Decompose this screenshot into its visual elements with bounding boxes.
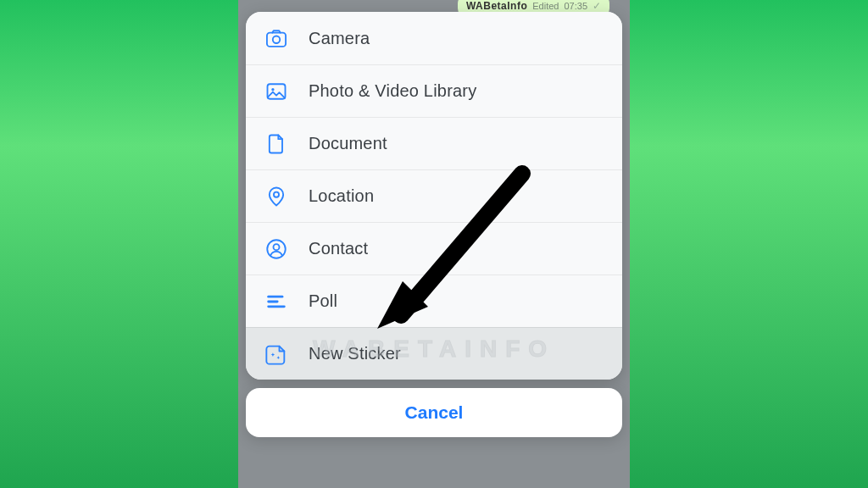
menu-item-document[interactable]: Document xyxy=(246,117,622,169)
svg-point-1 xyxy=(273,36,280,43)
svg-point-3 xyxy=(271,88,274,91)
svg-point-4 xyxy=(274,191,279,197)
phone-viewport: WABetaInfo Edited 07:35 ✓ Camera xyxy=(238,0,630,488)
svg-point-6 xyxy=(274,244,280,250)
sticker-icon xyxy=(263,341,290,368)
menu-item-label: Location xyxy=(309,186,374,206)
menu-item-location[interactable]: Location xyxy=(246,169,622,222)
menu-item-camera[interactable]: Camera xyxy=(246,12,622,64)
photo-library-icon xyxy=(263,78,290,105)
menu-item-label: Photo & Video Library xyxy=(309,81,476,101)
document-icon xyxy=(263,130,290,158)
cancel-button-label: Cancel xyxy=(405,402,464,423)
menu-item-label: New Sticker xyxy=(309,344,401,363)
attachment-action-sheet: Camera Photo & Video Library Document xyxy=(246,12,622,380)
cancel-wrap: Cancel xyxy=(246,388,622,437)
location-icon xyxy=(263,183,290,210)
menu-item-poll[interactable]: Poll xyxy=(246,274,622,327)
menu-item-photo-video-library[interactable]: Photo & Video Library xyxy=(246,64,622,117)
menu-item-label: Poll xyxy=(309,291,337,311)
menu-item-label: Document xyxy=(309,134,387,153)
chat-source-label: WABetaInfo xyxy=(466,0,527,12)
chat-time-label: 07:35 xyxy=(564,1,587,11)
menu-item-new-sticker[interactable]: New Sticker xyxy=(246,327,622,380)
poll-icon xyxy=(263,288,290,315)
camera-icon xyxy=(263,25,290,52)
svg-rect-0 xyxy=(267,33,286,47)
delivered-tick-icon: ✓ xyxy=(593,0,601,12)
menu-item-label: Camera xyxy=(309,29,370,48)
cancel-button[interactable]: Cancel xyxy=(246,388,622,437)
contact-icon xyxy=(263,236,290,263)
menu-item-contact[interactable]: Contact xyxy=(246,222,622,274)
chat-edited-label: Edited xyxy=(532,1,559,11)
menu-item-label: Contact xyxy=(309,239,368,258)
